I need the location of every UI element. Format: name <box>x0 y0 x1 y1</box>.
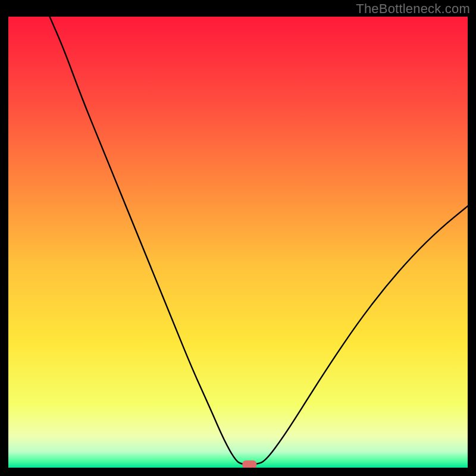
chart-plot <box>8 17 468 468</box>
watermark-label: TheBottleneck.com <box>356 1 470 17</box>
chart-svg <box>8 17 468 468</box>
chart-container: TheBottleneck.com <box>0 0 476 476</box>
optimal-marker <box>242 461 256 468</box>
